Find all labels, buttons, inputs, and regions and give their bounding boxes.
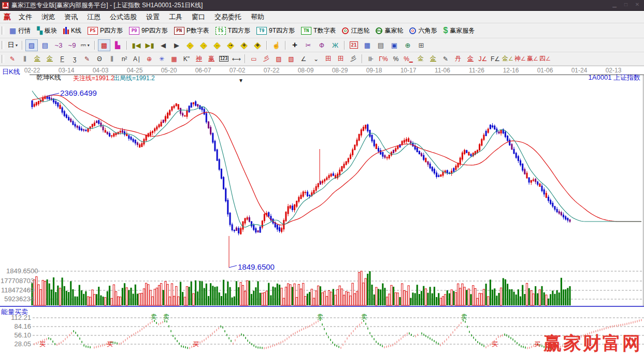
draw-tool-24[interactable]: ∠ <box>297 54 310 64</box>
draw-tool-39[interactable]: J∠ <box>477 54 489 64</box>
draw-tool-4[interactable]: F <box>56 54 68 64</box>
toolbar-button-quotes[interactable]: ▦行情 <box>6 25 34 36</box>
draw-tool-1[interactable]: ⫼ <box>19 54 31 64</box>
close-button[interactable]: ✕ <box>634 2 641 7</box>
shift-right-button[interactable]: ◆→ <box>197 39 210 51</box>
draw-tool-30[interactable]: ⊪ <box>365 54 377 64</box>
minimize-button[interactable]: ▁ <box>611 2 618 7</box>
draw-tool-13[interactable]: ▦ <box>168 54 180 64</box>
menu-item-2[interactable]: 资讯 <box>60 11 82 23</box>
draw-tool-28[interactable]: 彡 <box>347 54 360 64</box>
draw-tool-6[interactable]: ✎ <box>81 54 93 64</box>
toolbar-grip[interactable] <box>2 26 4 35</box>
draw-tool-34[interactable]: 金 <box>414 54 427 64</box>
expand-cross-button[interactable]: ◆✛ <box>238 39 250 51</box>
expand-vertical-button[interactable]: ◆✜ <box>251 39 264 51</box>
menu-item-3[interactable]: 江恩 <box>82 11 105 23</box>
draw-tool-0[interactable]: ✎ <box>6 54 19 64</box>
toolbar-button-gann-wheel[interactable]: 江恩轮 <box>339 25 373 36</box>
draw-tool-41[interactable]: 金∠ <box>502 54 514 64</box>
draw-tool-8[interactable]: ⫼ <box>106 54 118 64</box>
draw-tool-43[interactable]: 赢∠ <box>526 54 539 64</box>
draw-tool-18[interactable]: ⟷ <box>230 54 242 64</box>
draw-tool-2[interactable]: 金 <box>31 54 44 64</box>
drag-hand-button[interactable]: ☝ <box>270 39 282 51</box>
toolbar-button-t-square[interactable]: TST四方形 <box>212 25 253 36</box>
chart-view-button[interactable]: ▨ <box>25 39 38 51</box>
calendar-21-button[interactable]: 21 <box>348 39 360 51</box>
draw-tool-23[interactable]: ▧ <box>285 54 297 64</box>
crosshair-button[interactable]: + <box>289 39 301 51</box>
wave-9-button[interactable]: ~9 <box>66 39 78 51</box>
draw-tool-11[interactable]: ⊕ <box>143 54 155 64</box>
info-view-button[interactable]: ▤ <box>39 39 51 51</box>
wave-3-button[interactable]: ~3 <box>52 39 65 51</box>
page-next-button[interactable]: ▶ <box>170 39 183 51</box>
toolbar-button-p-square[interactable]: PSP四方形 <box>84 25 126 36</box>
menu-item-7[interactable]: 窗口 <box>187 11 210 23</box>
candle-type-dropdown-button[interactable]: ⎓▼ <box>79 39 92 51</box>
menu-item-1[interactable]: 浏览 <box>37 11 60 23</box>
chart-canvas[interactable]: 2369.64991849.65001849.65001777087031184… <box>0 75 644 354</box>
draw-tool-10[interactable]: A∣ <box>131 54 143 64</box>
go-first-button[interactable]: ▮◀ <box>130 39 142 51</box>
toolbar-button-winner-wheel[interactable]: Big赢家轮 <box>373 25 406 36</box>
toolbar-button-t-digit-table[interactable]: TNT数字表 <box>298 25 339 36</box>
draw-tool-26[interactable]: 田 <box>322 54 335 64</box>
page-prev-button[interactable]: ◀ <box>157 39 169 51</box>
zoom-horizontal-button[interactable]: ◆↔ <box>211 39 223 51</box>
draw-tool-22[interactable]: ▨ <box>273 54 285 64</box>
draw-tool-12[interactable]: ✳ <box>155 54 168 64</box>
draw-tool-36[interactable]: ✎ <box>439 54 452 64</box>
draw-tool-44[interactable]: 四∠ <box>539 54 551 64</box>
color-histogram-button[interactable]: ▙ <box>111 39 124 51</box>
candle-period-dropdown-button[interactable]: 日▼ <box>7 39 19 51</box>
network-button[interactable]: ⊕ <box>402 39 414 51</box>
compress-button[interactable]: ◆⇢ <box>224 39 237 51</box>
draw-tool-3[interactable]: 金 <box>44 54 56 64</box>
toolbar-button-winner-service[interactable]: $赢家服务 <box>440 25 478 36</box>
menu-item-4[interactable]: 公式选股 <box>105 11 141 23</box>
toolbar-grip[interactable] <box>2 55 4 63</box>
save-button[interactable]: ▣ <box>388 39 400 51</box>
draw-tool-42[interactable]: 神∠ <box>514 54 526 64</box>
toolbar-button-kline[interactable]: K线 <box>60 25 84 36</box>
measure-scissors-button[interactable]: ✂ <box>302 39 314 51</box>
draw-tool-7[interactable]: Θ <box>93 54 106 64</box>
toolbar-button-9p-square[interactable]: P99P四方形 <box>126 25 171 36</box>
notepad-button[interactable]: ▤ <box>375 39 387 51</box>
toolbar-button-sectors[interactable]: ▚板块 <box>34 25 60 36</box>
draw-tool-5[interactable]: ʒ <box>68 54 81 64</box>
draw-tool-32[interactable]: % <box>390 54 402 64</box>
draw-tool-20[interactable]: ▭ <box>248 54 260 64</box>
draw-tool-17[interactable]: 123 <box>218 54 230 64</box>
draw-tool-31[interactable]: Γ% <box>377 54 390 64</box>
draw-tool-9[interactable]: n² <box>118 54 131 64</box>
draw-tool-21[interactable]: 彡 <box>260 54 273 64</box>
draw-tool-33[interactable]: %‗ <box>402 54 414 64</box>
draw-tool-14[interactable]: K" <box>180 54 193 64</box>
pattern-region-button[interactable]: ▩ <box>98 39 110 51</box>
draw-tool-15[interactable]: 神 <box>193 54 205 64</box>
knot-tool-button[interactable]: Ж <box>329 39 341 51</box>
menu-item-8[interactable]: 交易委托 <box>210 11 246 23</box>
menu-item-9[interactable]: 帮助 <box>246 11 269 23</box>
shift-left-button[interactable]: ◆← <box>184 39 196 51</box>
draw-tool-25[interactable]: ⌄ <box>310 54 322 64</box>
calculator-button[interactable]: ▦ <box>361 39 374 51</box>
toolbar-grip[interactable] <box>2 41 4 49</box>
draw-tool-27[interactable]: 田 <box>335 54 347 64</box>
draw-tool-35[interactable]: 金 <box>427 54 439 64</box>
menu-item-5[interactable]: 设置 <box>141 11 164 23</box>
toolbar-button-p-digit-table[interactable]: PNP数字表 <box>171 25 212 36</box>
draw-tool-40[interactable]: F∠ <box>489 54 502 64</box>
stamp-tool-button[interactable]: Ф <box>316 39 328 51</box>
toolbar-button-9t-square[interactable]: T99T四方形 <box>253 25 298 36</box>
go-last-button[interactable]: ▶▮ <box>144 39 156 51</box>
draw-tool-38[interactable]: 金 <box>464 54 477 64</box>
menu-item-0[interactable]: 文件 <box>14 11 37 23</box>
toolbar-button-hexagon[interactable]: 六角形 <box>406 25 440 36</box>
draw-tool-37[interactable]: 丹 <box>452 54 464 64</box>
printer-button[interactable]: ⊞ <box>415 39 427 51</box>
menu-item-6[interactable]: 工具 <box>164 11 187 23</box>
